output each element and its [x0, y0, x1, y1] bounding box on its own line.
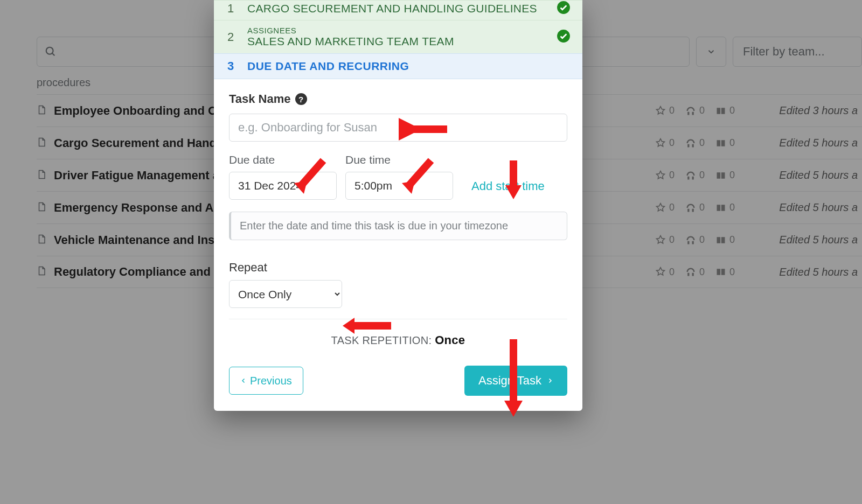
due-date-label: Due date — [229, 153, 337, 166]
assign-task-button[interactable]: Assign Task — [464, 366, 567, 396]
assign-task-button-label: Assign Task — [478, 374, 541, 388]
wizard-step-2-number: 2 — [226, 30, 235, 44]
wizard-step-1-title: CARGO SECUREMENT AND HANDLING GUIDELINES — [247, 2, 545, 15]
add-start-time-link[interactable]: Add start time — [471, 179, 545, 200]
wizard-step-3-title: DUE DATE AND RECURRING — [247, 60, 571, 73]
task-name-input[interactable] — [229, 114, 567, 142]
chevron-right-icon — [547, 376, 553, 385]
previous-button-label: Previous — [250, 375, 292, 387]
repeat-label: Repeat — [229, 261, 567, 275]
wizard-step-2-eyebrow: ASSIGNEES — [247, 26, 545, 35]
check-icon — [557, 1, 571, 17]
wizard-step-3-number: 3 — [226, 59, 235, 73]
previous-button[interactable]: Previous — [229, 367, 303, 395]
wizard-step-1-number: 1 — [226, 2, 235, 16]
wizard-step-2[interactable]: 2 ASSIGNEES SALES AND MARKETING TEAM TEA… — [214, 20, 582, 53]
chevron-left-icon — [240, 376, 247, 385]
task-name-label: Task Name — [229, 92, 291, 106]
task-repetition-summary: TASK REPETITION: Once — [229, 319, 567, 353]
check-icon — [557, 29, 571, 45]
due-time-input[interactable] — [345, 172, 453, 200]
due-date-input[interactable] — [229, 172, 337, 200]
wizard-step-3[interactable]: 3 DUE DATE AND RECURRING — [214, 53, 582, 79]
wizard-step-2-title: SALES AND MARKETING TEAM TEAM — [247, 35, 545, 48]
wizard-step-1[interactable]: 1 CARGO SECUREMENT AND HANDLING GUIDELIN… — [214, 0, 582, 20]
due-time-label: Due time — [345, 153, 453, 166]
task-repetition-value: Once — [435, 333, 465, 347]
help-icon[interactable]: ? — [295, 93, 307, 105]
repeat-select[interactable]: Once Only — [229, 280, 342, 308]
assign-task-modal: 1 CARGO SECUREMENT AND HANDLING GUIDELIN… — [214, 0, 582, 411]
task-repetition-label: TASK REPETITION: — [331, 334, 432, 346]
timezone-hint: Enter the date and time this task is due… — [229, 212, 567, 240]
